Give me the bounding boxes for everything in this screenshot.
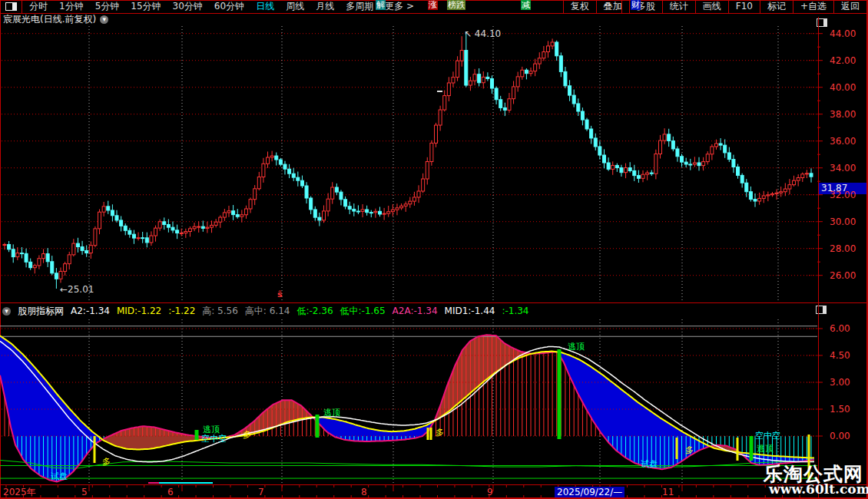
candle-down <box>745 183 748 191</box>
candle-down <box>637 176 640 179</box>
candle-down <box>628 168 631 171</box>
candle-down <box>176 230 179 233</box>
candle-up <box>473 74 476 81</box>
candle-up <box>762 196 765 198</box>
candle-down <box>379 211 382 214</box>
candle-up <box>267 157 270 164</box>
candle-down <box>12 250 15 257</box>
candle-down <box>340 192 343 200</box>
candle-up <box>219 217 222 222</box>
candle-down <box>25 253 28 262</box>
candle-up <box>702 162 705 166</box>
escape-top-signal-bar <box>316 415 320 438</box>
candle-down <box>107 207 110 210</box>
candle-down <box>115 216 118 220</box>
candle-down <box>633 170 636 175</box>
candle-up <box>758 198 761 201</box>
bull-signal-bar <box>427 428 429 440</box>
candle-up <box>249 200 252 209</box>
candle-up <box>383 213 386 214</box>
escape-top-signal-bar <box>558 349 562 439</box>
candle-down <box>318 217 321 220</box>
candle-up <box>404 204 407 206</box>
candle-up <box>452 78 455 83</box>
candle-up <box>417 191 420 197</box>
candle-up <box>331 187 334 199</box>
candle-down <box>689 164 692 165</box>
trading-app-window: 分时1分钟5分钟15分钟30分钟60分钟日线周线月线多周期更多 > 复权叠加多股… <box>0 0 868 499</box>
candle-up <box>551 42 554 46</box>
candle-up <box>396 208 399 210</box>
candle-up <box>770 194 774 195</box>
candle-down <box>590 129 593 138</box>
candle-up <box>68 255 71 264</box>
candle-down <box>577 104 580 111</box>
candle-down <box>564 71 567 85</box>
candle-down <box>697 163 701 166</box>
candle-down <box>615 165 618 167</box>
candle-down <box>353 209 356 211</box>
candle-down <box>356 211 359 212</box>
candle-down <box>369 213 373 213</box>
candle-down <box>525 70 528 73</box>
candle-down <box>684 162 687 164</box>
candle-up <box>714 144 717 147</box>
candle-up <box>641 174 644 178</box>
candle-down <box>120 220 123 226</box>
candle-up <box>323 211 326 220</box>
candle-down <box>671 140 674 148</box>
candle-down <box>499 100 502 108</box>
candle-up <box>38 259 41 266</box>
candle-down <box>313 210 316 217</box>
candle-up <box>422 179 425 191</box>
candle-up <box>244 209 247 215</box>
candle-up <box>214 222 217 225</box>
candle-down <box>141 238 144 239</box>
candle-up <box>646 173 649 174</box>
candle-up <box>793 180 796 184</box>
candle-up <box>546 46 549 52</box>
candle-down <box>348 207 351 210</box>
candle-down <box>727 153 731 160</box>
candle-down <box>366 210 369 213</box>
candle-up <box>534 64 537 71</box>
candle-down <box>310 198 313 210</box>
candle-up <box>775 193 778 193</box>
candle-down <box>719 144 722 145</box>
candle-down <box>145 238 148 243</box>
candle-up <box>435 125 438 143</box>
candle-down <box>486 77 489 78</box>
chart-canvas[interactable] <box>0 0 868 499</box>
candle-down <box>335 187 338 192</box>
candle-up <box>516 77 519 87</box>
candle-up <box>426 162 429 180</box>
candle-down <box>681 157 684 162</box>
candle-down <box>279 160 282 164</box>
bull-signal-bar <box>808 435 810 482</box>
candle-down <box>810 173 813 177</box>
candle-down <box>668 134 671 141</box>
candle-down <box>46 254 49 262</box>
candle-down <box>292 173 295 177</box>
candle-down <box>81 246 84 250</box>
candle-down <box>676 149 679 157</box>
candle-up <box>538 58 541 64</box>
candle-down <box>740 175 744 183</box>
candle-up <box>469 81 472 85</box>
bull-signal-bar <box>737 438 739 461</box>
candle-down <box>344 200 347 207</box>
candle-up <box>262 164 265 177</box>
candle-down <box>29 262 32 267</box>
candle-up <box>193 226 196 229</box>
candle-up <box>387 212 390 213</box>
candle-up <box>784 189 787 192</box>
candle-down <box>171 227 174 230</box>
candle-up <box>154 228 157 236</box>
candle-up <box>59 271 62 279</box>
candle-up <box>150 236 153 243</box>
candle-down <box>495 88 498 100</box>
candle-down <box>201 226 204 228</box>
candle-down <box>300 180 303 186</box>
candle-up <box>102 207 105 212</box>
candle-up <box>805 173 808 174</box>
